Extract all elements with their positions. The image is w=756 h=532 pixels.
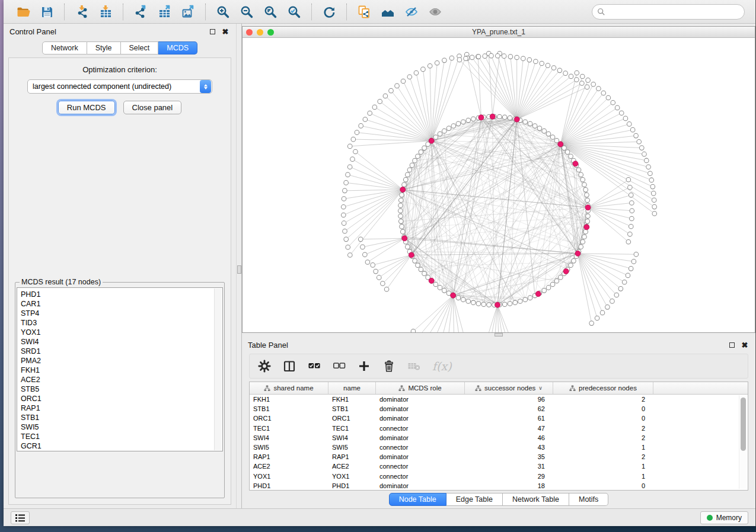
result-node-item[interactable]: TID3 (21, 318, 222, 328)
mcds-hub-node[interactable] (429, 138, 434, 143)
ring-node[interactable] (413, 259, 417, 264)
show-all-button[interactable] (425, 3, 445, 21)
leaf-node[interactable] (342, 197, 346, 201)
result-node-item[interactable]: RAP1 (21, 403, 222, 413)
ring-node[interactable] (433, 135, 438, 140)
leaf-node[interactable] (615, 105, 620, 110)
leaf-node[interactable] (601, 91, 606, 95)
ring-node[interactable] (406, 172, 410, 177)
leaf-node[interactable] (378, 99, 382, 104)
ring-node[interactable] (497, 114, 502, 119)
leaf-node[interactable] (591, 82, 596, 86)
table-row[interactable]: RAP1RAP1dominator352 (250, 452, 748, 462)
tab-edge-table[interactable]: Edge Table (446, 493, 503, 506)
table-row[interactable]: SWI5SWI5connector431 (250, 443, 748, 452)
ring-node[interactable] (508, 302, 512, 306)
leaf-node[interactable] (557, 68, 562, 73)
ring-node[interactable] (582, 182, 587, 187)
result-node-item[interactable]: SWI4 (21, 337, 222, 347)
leaf-node[interactable] (637, 139, 642, 144)
result-node-item[interactable]: PHD1 (21, 290, 222, 299)
table-row[interactable]: ORC1ORC1dominator610 (250, 414, 748, 423)
leaf-node[interactable] (361, 245, 365, 249)
result-node-item[interactable]: TEC1 (21, 432, 222, 441)
leaf-node[interactable] (384, 287, 389, 291)
table-row[interactable]: ACE2ACE2connector311 (250, 462, 748, 471)
ring-node[interactable] (550, 282, 555, 287)
leaf-node[interactable] (344, 181, 349, 185)
ring-node[interactable] (471, 300, 476, 305)
export-table-button[interactable] (154, 3, 174, 21)
ring-node[interactable] (481, 302, 486, 307)
leaf-node[interactable] (646, 165, 651, 169)
leaf-node[interactable] (575, 78, 579, 82)
leaf-node[interactable] (351, 137, 356, 142)
ring-node[interactable] (569, 154, 573, 159)
close-panel-button[interactable]: ✖ (221, 27, 230, 36)
leaf-node[interactable] (652, 198, 656, 203)
leaf-node[interactable] (586, 78, 591, 83)
first-neighbors-button[interactable] (378, 3, 398, 21)
leaf-node[interactable] (614, 293, 619, 297)
ring-node[interactable] (402, 182, 407, 187)
vertical-splitter[interactable] (236, 24, 242, 508)
search-box[interactable] (592, 4, 745, 20)
leaf-node[interactable] (626, 273, 630, 278)
leaf-node[interactable] (580, 81, 585, 86)
ring-node[interactable] (413, 158, 417, 163)
ring-node[interactable] (569, 263, 573, 268)
export-network-button[interactable] (130, 3, 151, 21)
ring-node[interactable] (508, 116, 512, 120)
leaf-node[interactable] (652, 204, 657, 209)
tab-style[interactable]: Style (87, 41, 121, 55)
mcds-hub-node[interactable] (575, 251, 580, 256)
leaf-node[interactable] (575, 70, 579, 75)
leaf-node[interactable] (515, 55, 519, 60)
ring-node[interactable] (466, 299, 471, 304)
result-node-item[interactable]: ACE2 (21, 375, 222, 384)
deselect-all-button[interactable] (333, 360, 346, 373)
leaf-node[interactable] (346, 245, 350, 249)
leaf-node[interactable] (350, 157, 355, 162)
tab-motifs[interactable]: Motifs (569, 493, 608, 506)
mcds-hub-node[interactable] (558, 142, 563, 147)
float-panel-button[interactable] (208, 27, 217, 36)
leaf-node[interactable] (449, 56, 454, 60)
ring-node[interactable] (546, 286, 551, 290)
leaf-node[interactable] (634, 133, 639, 138)
mcds-hub-node[interactable] (535, 291, 541, 297)
ring-node[interactable] (442, 129, 446, 133)
leaf-node[interactable] (355, 130, 359, 135)
ring-node[interactable] (565, 150, 570, 155)
leaf-node[interactable] (377, 275, 381, 280)
ring-node[interactable] (586, 214, 591, 219)
clone-network-button[interactable] (354, 3, 374, 21)
leaf-node[interactable] (347, 165, 352, 169)
leaf-node[interactable] (383, 94, 388, 98)
delete-button[interactable] (382, 360, 395, 373)
leaf-node[interactable] (622, 280, 627, 284)
add-button[interactable] (358, 360, 371, 373)
table-row[interactable]: FKH1FKH1dominator962 (250, 395, 748, 404)
ring-node[interactable] (580, 177, 585, 182)
ring-node[interactable] (407, 168, 412, 172)
leaf-node[interactable] (371, 263, 375, 268)
leaf-node[interactable] (421, 67, 426, 72)
hide-selected-button[interactable] (401, 3, 422, 21)
leaf-node[interactable] (346, 172, 350, 177)
close-table-panel-button[interactable]: ✖ (740, 340, 749, 350)
result-list-scrollbar[interactable] (214, 289, 222, 450)
export-image-button[interactable] (178, 3, 198, 21)
ring-node[interactable] (528, 121, 532, 126)
mcds-hub-node[interactable] (402, 236, 407, 241)
leaf-node[interactable] (464, 56, 468, 61)
tab-network[interactable]: Network (42, 41, 87, 55)
ring-node[interactable] (410, 163, 414, 168)
leaf-node[interactable] (428, 63, 432, 68)
ring-node[interactable] (518, 299, 522, 304)
leaf-node[interactable] (642, 152, 647, 156)
leaf-node[interactable] (508, 55, 513, 59)
column-header-MCDS-role[interactable]: MCDS role (376, 382, 465, 394)
ring-node[interactable] (401, 229, 406, 234)
leaf-node[interactable] (629, 267, 633, 271)
